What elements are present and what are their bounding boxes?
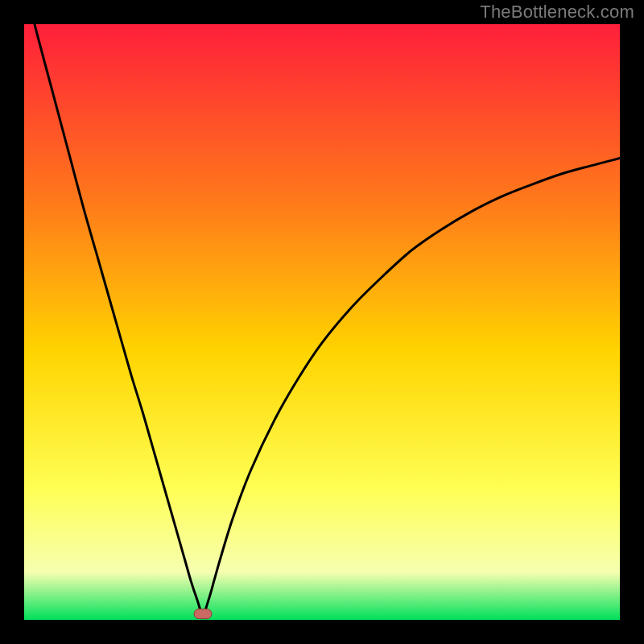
chart-svg: [24, 24, 620, 620]
gradient-background: [24, 24, 620, 620]
chart-plot-area: [24, 24, 620, 620]
optimal-marker: [194, 609, 212, 619]
attribution-text: TheBottleneck.com: [480, 2, 634, 23]
chart-frame: TheBottleneck.com: [0, 0, 644, 644]
